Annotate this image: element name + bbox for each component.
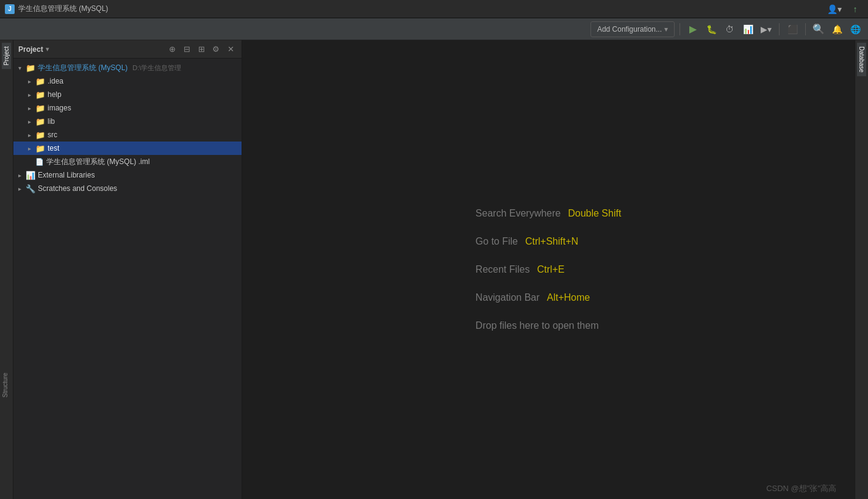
project-panel: Project ▾ ⊕ ⊟ ⊞ ⚙ ✕ 📁 学生信息管理系统 (MySQL) D… bbox=[13, 40, 242, 499]
tree-root[interactable]: 📁 学生信息管理系统 (MySQL) D:\学生信息管理 bbox=[13, 61, 242, 74]
iml-label: 学生信息管理系统 (MySQL) .iml bbox=[46, 157, 149, 167]
root-label: 学生信息管理系统 (MySQL) bbox=[38, 63, 127, 73]
project-tab[interactable]: Project bbox=[2, 43, 11, 69]
navigation-bar-label: Navigation Bar bbox=[476, 292, 540, 303]
go-to-file-shortcut: Ctrl+Shift+N bbox=[525, 236, 578, 247]
collapse-all-icon[interactable]: ⊟ bbox=[181, 43, 193, 56]
account-btn[interactable]: 👤▾ bbox=[827, 1, 842, 17]
main-area: Project Project ▾ ⊕ ⊟ ⊞ ⚙ ✕ 📁 学生信息管理系统 (… bbox=[0, 40, 868, 499]
project-dropdown-label[interactable]: Project bbox=[18, 45, 43, 54]
navigation-bar-shortcut: Alt+Home bbox=[547, 292, 590, 303]
add-config-label: Add Configuration... bbox=[597, 25, 662, 34]
tree-item-src[interactable]: 📁 src bbox=[13, 128, 242, 142]
lib-arrow bbox=[26, 118, 33, 125]
tree-item-idea[interactable]: 📁 .idea bbox=[13, 74, 242, 88]
test-folder-icon: 📁 bbox=[35, 144, 45, 153]
root-folder-icon: 📁 bbox=[26, 63, 35, 73]
stop-button[interactable]: ⬛ bbox=[784, 21, 800, 37]
project-panel-header: Project ▾ ⊕ ⊟ ⊞ ⚙ ✕ bbox=[13, 40, 242, 59]
hint-search-everywhere: Search Everywhere Double Shift bbox=[476, 208, 622, 219]
toolbar-separator-3 bbox=[805, 23, 806, 35]
iml-file-icon: 📄 bbox=[35, 158, 44, 166]
images-label: images bbox=[48, 104, 71, 112]
gear-icon[interactable]: ⚙ bbox=[210, 43, 222, 56]
drop-files-label: Drop files here to open them bbox=[476, 320, 599, 331]
ext-lib-label: External Libraries bbox=[38, 171, 95, 179]
src-folder-icon: 📁 bbox=[35, 131, 45, 140]
right-side-tabs: Database bbox=[855, 40, 868, 499]
locate-file-icon[interactable]: ⊕ bbox=[166, 43, 178, 56]
run-button[interactable]: ▶ bbox=[685, 21, 701, 37]
add-configuration-button[interactable]: Add Configuration... ▾ bbox=[590, 21, 675, 37]
tree-item-iml[interactable]: 📄 学生信息管理系统 (MySQL) .iml bbox=[13, 155, 242, 168]
coverage-button[interactable]: 📊 bbox=[740, 21, 756, 37]
app-icon: J bbox=[5, 4, 15, 14]
vcs-icon[interactable]: ↑ bbox=[847, 1, 863, 17]
welcome-hints: Search Everywhere Double Shift Go to Fil… bbox=[476, 208, 622, 331]
hint-recent-files: Recent Files Ctrl+E bbox=[476, 264, 622, 275]
tree-item-scratches[interactable]: 🔧 Scratches and Consoles bbox=[13, 182, 242, 195]
hint-drop-files: Drop files here to open them bbox=[476, 320, 622, 331]
search-everywhere-button[interactable]: 🔍 bbox=[811, 21, 827, 37]
images-arrow bbox=[26, 104, 33, 112]
hint-go-to-file: Go to File Ctrl+Shift+N bbox=[476, 236, 622, 247]
scratches-arrow bbox=[16, 185, 23, 192]
project-header-icons: ⊕ ⊟ ⊞ ⚙ ✕ bbox=[166, 43, 237, 56]
notifications-button[interactable]: 🔔 bbox=[829, 21, 845, 37]
help-arrow bbox=[26, 91, 33, 98]
iml-arrow bbox=[26, 158, 33, 165]
database-tab[interactable]: Database bbox=[857, 43, 866, 76]
search-everywhere-label: Search Everywhere bbox=[476, 208, 561, 219]
src-arrow bbox=[26, 131, 33, 138]
toolbar-separator-2 bbox=[779, 23, 780, 35]
project-tree: 📁 学生信息管理系统 (MySQL) D:\学生信息管理 📁 .idea 📁 h… bbox=[13, 59, 242, 499]
tree-item-ext-lib[interactable]: 📊 External Libraries bbox=[13, 168, 242, 182]
tree-item-test[interactable]: 📁 test bbox=[13, 142, 242, 155]
help-label: help bbox=[48, 90, 62, 99]
editor-area: Search Everywhere Double Shift Go to Fil… bbox=[242, 40, 855, 499]
watermark: CSDN @想"张"高高 bbox=[766, 483, 836, 494]
ext-lib-arrow bbox=[16, 171, 23, 179]
structure-tab[interactable]: Structure bbox=[0, 369, 10, 401]
help-folder-icon: 📁 bbox=[35, 90, 45, 99]
recent-files-label: Recent Files bbox=[476, 264, 530, 275]
images-folder-icon: 📁 bbox=[35, 104, 45, 113]
root-path: D:\学生信息管理 bbox=[132, 63, 181, 73]
project-dropdown-arrow[interactable]: ▾ bbox=[46, 46, 49, 52]
src-label: src bbox=[48, 131, 57, 139]
tree-item-help[interactable]: 📁 help bbox=[13, 88, 242, 101]
toolbar-separator-1 bbox=[680, 23, 680, 35]
test-arrow bbox=[26, 145, 33, 152]
root-arrow bbox=[16, 64, 23, 71]
recent-files-shortcut: Ctrl+E bbox=[537, 264, 565, 275]
tree-item-images[interactable]: 📁 images bbox=[13, 101, 242, 115]
project-panel-title: Project ▾ bbox=[18, 45, 162, 54]
toolbar: Add Configuration... ▾ ▶ 🐛 ⏱ 📊 ▶▾ ⬛ 🔍 🔔 … bbox=[0, 18, 868, 40]
lib-folder-icon: 📁 bbox=[35, 117, 45, 126]
tree-item-lib[interactable]: 📁 lib bbox=[13, 115, 242, 128]
go-to-file-label: Go to File bbox=[476, 236, 518, 247]
title-bar: J 学生信息管理系统 (MySQL) 👤▾ ↑ bbox=[0, 0, 868, 18]
scratches-label: Scratches and Consoles bbox=[38, 184, 117, 193]
profile-button[interactable]: ⏱ bbox=[722, 21, 737, 37]
idea-folder-icon: 📁 bbox=[35, 77, 45, 86]
app-title: 学生信息管理系统 (MySQL) bbox=[18, 4, 827, 14]
idea-arrow bbox=[26, 77, 33, 85]
lib-label: lib bbox=[48, 117, 55, 126]
close-panel-icon[interactable]: ✕ bbox=[224, 43, 237, 56]
scratches-icon: 🔧 bbox=[26, 184, 35, 193]
search-everywhere-shortcut: Double Shift bbox=[568, 208, 621, 219]
plugin-icon[interactable]: 🌐 bbox=[847, 21, 863, 37]
run-with-button[interactable]: ▶▾ bbox=[758, 21, 774, 37]
test-label: test bbox=[48, 144, 59, 153]
debug-button[interactable]: 🐛 bbox=[703, 21, 719, 37]
ext-lib-icon: 📊 bbox=[26, 171, 35, 180]
title-bar-controls: 👤▾ ↑ bbox=[827, 1, 863, 17]
hint-navigation-bar: Navigation Bar Alt+Home bbox=[476, 292, 622, 303]
idea-label: .idea bbox=[48, 77, 63, 85]
expand-all-icon[interactable]: ⊞ bbox=[195, 43, 207, 56]
left-side-tabs: Project bbox=[0, 40, 13, 499]
